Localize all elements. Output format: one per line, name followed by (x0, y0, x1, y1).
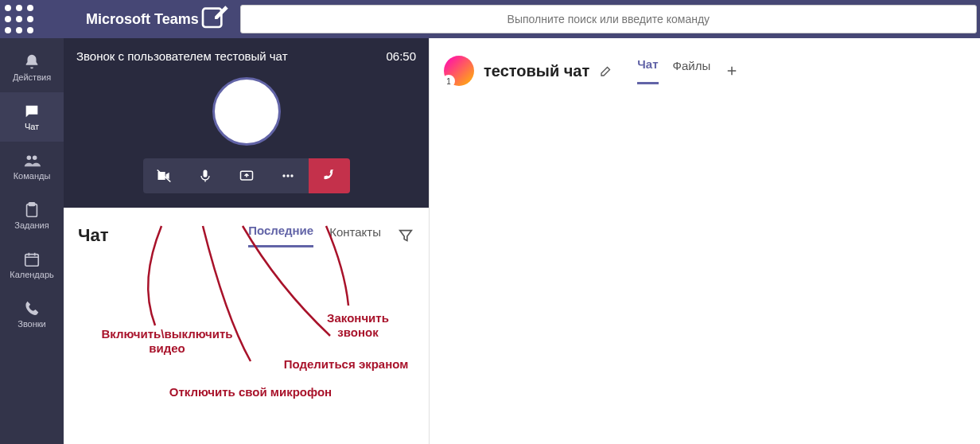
rail-label: Календарь (10, 270, 54, 279)
hangup-button[interactable] (309, 158, 350, 193)
title-bar: Microsoft Teams (0, 0, 980, 38)
call-avatar (212, 77, 281, 146)
call-toolbar (143, 158, 350, 193)
phone-icon (23, 300, 41, 317)
svg-point-17 (282, 174, 285, 177)
chat-list-tab-recent[interactable]: Последние (248, 224, 313, 247)
call-panel: Звонок с пользователем тестовый чат 06:5… (64, 38, 429, 208)
more-icon (280, 168, 296, 184)
rail-item-assignments[interactable]: Задания (0, 191, 64, 240)
annotation-hangup: Закончить звонок (302, 311, 414, 340)
main-tab-chat[interactable]: Чат (637, 57, 658, 84)
call-duration: 06:50 (386, 49, 416, 63)
main-tab-files[interactable]: Файлы (673, 59, 711, 84)
edit-chat-name-icon[interactable] (599, 64, 613, 78)
app-rail: Действия Чат Команды Задания Календарь З… (0, 38, 64, 444)
presence-badge: 1 (442, 75, 455, 88)
annotation-share: Поделиться экраном (266, 357, 426, 372)
svg-point-4 (16, 16, 22, 22)
chat-list-panel: Чат Последние Контакты Включить\выключит… (64, 208, 429, 444)
chat-avatar: 1 (444, 56, 474, 86)
more-options-button[interactable] (267, 158, 309, 193)
bell-icon (23, 53, 41, 71)
svg-point-8 (27, 27, 33, 33)
add-tab-icon[interactable] (725, 64, 739, 78)
app-title: Microsoft Teams (38, 11, 199, 28)
hangup-icon (321, 168, 337, 184)
search-input[interactable] (240, 5, 977, 33)
chat-main: 1 тестовый чат Чат Файлы (430, 38, 980, 444)
chat-list-title: Чат (78, 225, 108, 246)
assignments-icon (23, 201, 41, 219)
chat-list-tab-contacts[interactable]: Контакты (329, 225, 381, 247)
svg-point-0 (5, 5, 11, 11)
svg-point-2 (27, 5, 33, 11)
filter-icon[interactable] (397, 227, 414, 244)
rail-item-calls[interactable]: Звонки (0, 290, 64, 339)
svg-point-11 (33, 156, 37, 161)
rail-label: Действия (13, 72, 51, 82)
rail-item-activity[interactable]: Действия (0, 43, 64, 92)
svg-point-1 (16, 5, 22, 11)
rail-label: Звонки (18, 319, 46, 329)
svg-rect-13 (29, 203, 34, 206)
camera-off-icon (156, 168, 172, 184)
svg-point-19 (290, 174, 293, 177)
svg-point-6 (5, 27, 11, 33)
rail-label: Задания (14, 220, 49, 230)
svg-point-5 (27, 16, 33, 22)
teams-icon (23, 152, 41, 169)
rail-label: Чат (25, 122, 39, 131)
share-screen-button[interactable] (226, 158, 267, 193)
annotation-video: Включить\выключить видео (88, 327, 247, 356)
calendar-icon (23, 251, 41, 268)
rail-label: Команды (14, 171, 51, 181)
rail-item-calendar[interactable]: Календарь (0, 240, 64, 290)
call-title: Звонок с пользователем тестовый чат (76, 49, 288, 63)
svg-rect-15 (203, 170, 207, 177)
svg-point-10 (27, 156, 32, 161)
chat-icon (23, 103, 41, 120)
svg-point-7 (16, 27, 22, 33)
chat-name: тестовый чат (484, 62, 589, 80)
rail-item-teams[interactable]: Команды (0, 142, 64, 191)
rail-item-chat[interactable]: Чат (0, 92, 64, 142)
share-screen-icon (239, 168, 255, 184)
toggle-mic-button[interactable] (185, 158, 226, 193)
svg-point-3 (5, 16, 11, 22)
app-launcher-icon[interactable] (0, 0, 38, 38)
mic-icon (197, 168, 213, 184)
toggle-camera-button[interactable] (143, 158, 185, 193)
svg-point-18 (286, 174, 289, 177)
new-chat-icon[interactable] (199, 3, 231, 35)
svg-rect-14 (25, 255, 39, 267)
annotation-mic: Отключить свой микрофон (139, 385, 362, 399)
